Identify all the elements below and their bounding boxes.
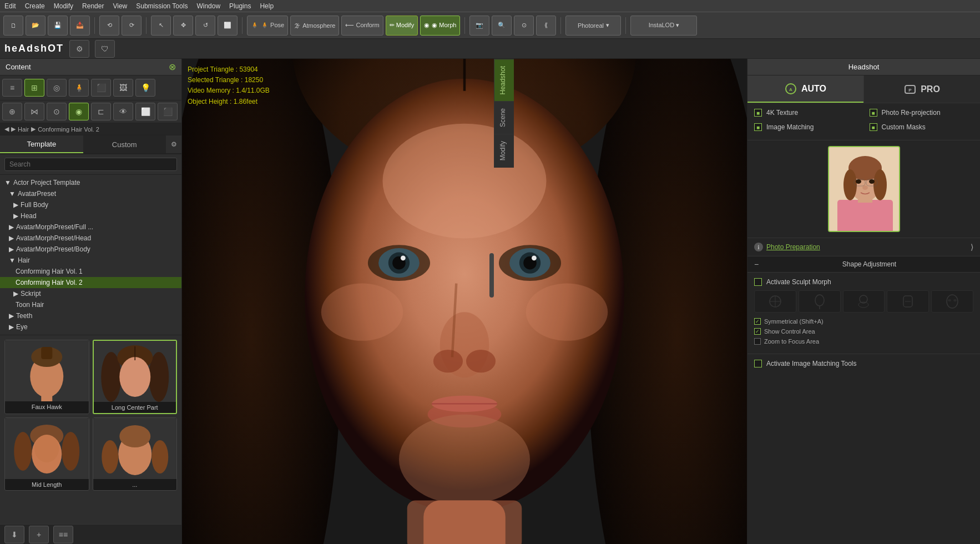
hair-item-fourth[interactable]: ... (93, 417, 178, 491)
render-preset-btn[interactable]: Photoreal ▾ (565, 16, 621, 36)
bc-volume[interactable]: Conforming Hair Vol. 2 (38, 126, 99, 133)
extra-btn[interactable]: ⟪ (536, 16, 556, 36)
new-file-btn[interactable]: 🗋 (3, 16, 23, 36)
tree-morph-head[interactable]: ▶AvatarMorphPreset/Head (0, 233, 181, 244)
bc-next-btn[interactable]: ▶ (11, 125, 16, 133)
icon-box2-btn[interactable]: ⬛ (158, 103, 178, 120)
target-btn[interactable]: ⊙ (514, 16, 534, 36)
shape-cell-3[interactable] (843, 290, 885, 313)
vtab-headshot[interactable]: Headshot (494, 59, 514, 101)
zoom-btn[interactable]: 🔍 (492, 16, 512, 36)
viewport[interactable]: Project Triangle : 53904 Selected Triang… (182, 59, 747, 544)
icon-eye-btn[interactable]: 👁 (113, 103, 133, 120)
shape-cell-5[interactable] (931, 290, 973, 313)
morph-btn[interactable]: ◉ ◉ Morph (420, 16, 460, 36)
conform-btn[interactable]: ⟵ Conform (341, 16, 383, 36)
tree-toon-hair[interactable]: Toon Hair (0, 299, 181, 310)
search-input[interactable] (4, 158, 177, 171)
shape-adj-collapse-btn[interactable]: − (754, 260, 765, 269)
tab-settings-btn[interactable]: ⚙ (166, 137, 181, 152)
icon-image-btn[interactable]: 🖼 (113, 79, 133, 97)
save-as-btn[interactable]: 📥 (70, 16, 90, 36)
icon-material-btn[interactable]: ◎ (47, 79, 67, 97)
headshot-info-btn[interactable]: 🛡 (95, 40, 115, 58)
tree-morph-full[interactable]: ▶AvatarMorphPreset/Full ... (0, 221, 181, 233)
checkbox-sculpt-morph[interactable] (754, 278, 762, 286)
shape-cell-4[interactable] (887, 290, 929, 313)
checkbox-image-match-tools[interactable] (754, 360, 762, 367)
camera-btn[interactable]: 📷 (469, 16, 489, 36)
headshot-settings-btn[interactable]: ⚙ (69, 40, 89, 58)
vtab-scene[interactable]: Scene (494, 101, 514, 134)
tree-sckript[interactable]: ▶Sckript (0, 288, 181, 299)
menu-window[interactable]: Window (196, 2, 220, 10)
icon-figure-btn[interactable]: 🧍 (69, 79, 89, 97)
hair-item-long-center-part[interactable]: Long Center Part (93, 340, 178, 414)
menu-create[interactable]: Create (25, 2, 45, 10)
icon-light-btn[interactable]: 💡 (135, 79, 155, 97)
menu-submission[interactable]: Submission Tools (136, 2, 188, 10)
tree-head[interactable]: ▶Head (0, 210, 181, 221)
checkbox-image-match[interactable] (754, 123, 762, 131)
move-btn[interactable]: ✥ (173, 16, 193, 36)
tree-conf-hair-2[interactable]: Conforming Hair Vol. 2 (0, 277, 181, 288)
icon-skeleton-btn[interactable]: ⋈ (24, 103, 44, 120)
menu-modify[interactable]: Modify (54, 2, 73, 10)
bc-hair[interactable]: Hair (18, 126, 29, 133)
checkbox-symmetrical[interactable] (754, 318, 761, 325)
auto-btn[interactable]: A AUTO (747, 75, 863, 103)
menu-view[interactable]: View (113, 2, 127, 10)
icon-cloth-btn[interactable]: ⊏ (91, 103, 111, 120)
left-bottom-down-btn[interactable]: ⬇ (4, 526, 24, 543)
menu-render[interactable]: Render (82, 2, 104, 10)
icon-scene-btn[interactable]: ⬛ (91, 79, 111, 97)
tree-hair[interactable]: ▼Hair (0, 255, 181, 266)
atmosphere-btn[interactable]: 🌫 Atmosphere (290, 16, 339, 36)
checkbox-photo-reproj[interactable] (870, 109, 877, 117)
icon-box-btn[interactable]: ⬜ (135, 103, 155, 120)
checkbox-show-control[interactable] (754, 328, 761, 335)
shape-cell-2[interactable] (799, 290, 841, 313)
tree-morph-body[interactable]: ▶AvatarMorphPreset/Body (0, 244, 181, 255)
viewport-scrollbar[interactable] (489, 253, 494, 298)
undo-btn[interactable]: ⟲ (99, 16, 119, 36)
tree-avatar-preset[interactable]: ▼AvatarPreset (0, 188, 181, 199)
select-btn[interactable]: ↖ (151, 16, 171, 36)
checkbox-zoom-focus[interactable] (754, 338, 761, 345)
right-panel-scroll[interactable]: A AUTO P PRO 4K Tex (747, 75, 980, 544)
menu-plugins[interactable]: Plugins (229, 2, 251, 10)
shape-cell-1[interactable] (754, 290, 796, 313)
modify-btn[interactable]: ✏ Modify (386, 16, 418, 36)
tree-full-body[interactable]: ▶Full Body (0, 199, 181, 210)
hair-item-faux-hawk[interactable]: Faux Hawk (4, 340, 89, 414)
photo-prep-expand-btn[interactable]: ⟩ (971, 243, 973, 251)
pro-btn[interactable]: P PRO (864, 75, 980, 103)
open-file-btn[interactable]: 📂 (26, 16, 46, 36)
left-bottom-add-btn[interactable]: + (29, 526, 49, 543)
redo-btn[interactable]: ⟳ (122, 16, 142, 36)
photo-prep-link[interactable]: Photo Preparation (766, 243, 820, 251)
hair-item-mid-length[interactable]: Mid Length (4, 417, 89, 491)
icon-hair-btn[interactable]: ◉ (69, 103, 89, 120)
icon-morph-btn[interactable]: ⊕ (2, 103, 22, 120)
photo-frame[interactable] (828, 146, 900, 232)
icon-grid-btn[interactable]: ⊞ (24, 79, 44, 97)
bc-prev-btn[interactable]: ◀ (4, 125, 9, 133)
rotate-btn[interactable]: ↺ (195, 16, 215, 36)
pose-btn[interactable]: 🧍 🧍 Pose (247, 16, 288, 36)
checkbox-custom-masks[interactable] (870, 123, 877, 131)
tree-teeth[interactable]: ▶Teeth (0, 310, 181, 321)
left-bottom-extra-btn[interactable]: ≡≡ (53, 526, 73, 543)
menu-help[interactable]: Help (260, 2, 274, 10)
tree-conf-hair-1[interactable]: Conforming Hair Vol. 1 (0, 266, 181, 277)
checkbox-4k-texture[interactable] (754, 109, 762, 117)
vtab-modify[interactable]: Modify (494, 134, 514, 167)
menu-edit[interactable]: Edit (4, 2, 16, 10)
tree-actor-template[interactable]: ▼Actor Project Template (0, 177, 181, 188)
save-btn[interactable]: 💾 (48, 16, 68, 36)
content-close-btn[interactable]: ⊗ (169, 62, 176, 72)
icon-param-btn[interactable]: ⊙ (47, 103, 67, 120)
icon-list-btn[interactable]: ≡ (2, 79, 22, 97)
tab-template[interactable]: Template (0, 135, 83, 153)
tab-custom[interactable]: Custom (83, 135, 166, 153)
